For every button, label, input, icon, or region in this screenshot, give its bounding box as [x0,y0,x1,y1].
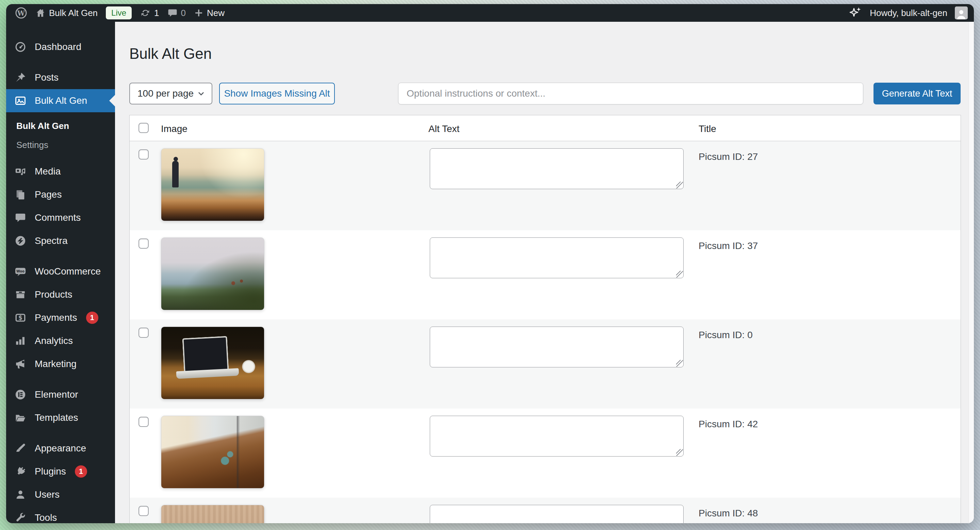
pages-icon [14,189,27,201]
sidebar-item-label: Analytics [35,335,73,346]
sidebar-item-elementor[interactable]: Elementor [6,383,115,406]
comment-icon [167,8,178,18]
sidebar-item-label: Appearance [35,443,86,454]
pushpin-icon [14,71,27,84]
alt-text-input[interactable] [430,505,684,523]
per-page-select[interactable]: 100 per page [129,83,212,105]
sidebar-item-label: Payments [35,312,77,323]
images-table: Image Alt Text Title Picsum ID: 27 [129,115,961,523]
sidebar-item-analytics[interactable]: Analytics [6,329,115,352]
sidebar-item-label: WooCommerce [35,266,101,277]
sidebar-item-dashboard[interactable]: Dashboard [6,35,115,59]
wrench-icon [14,512,27,523]
sidebar-item-products[interactable]: Products [6,283,115,306]
sparkles-icon[interactable] [848,6,862,20]
site-link[interactable]: Bulk Alt Gen [35,8,98,18]
image-icon [14,95,27,107]
user-icon [14,489,27,501]
admin-bar: W Bulk Alt Gen Live 1 [6,4,974,22]
sidebar-item-users[interactable]: Users [6,483,115,506]
sidebar-item-label: Plugins [35,466,66,477]
sidebar-item-label: Media [35,166,60,177]
browser-window: W Bulk Alt Gen Live 1 [6,4,974,523]
updates-icon [140,8,151,18]
row-checkbox[interactable] [138,506,149,516]
sidebar-item-label: Templates [35,412,78,423]
svg-text:$: $ [18,314,22,321]
svg-text:Woo: Woo [16,270,24,273]
howdy-greeting[interactable]: Howdy, bulk-alt-gen [870,8,947,18]
folder-icon [14,412,27,424]
table-row: Picsum ID: 0 [130,319,961,409]
bar-chart-icon [14,335,27,347]
new-content-button[interactable]: New [194,8,224,18]
sidebar-item-comments[interactable]: Comments [6,206,115,229]
submenu-item-label: Settings [16,140,48,150]
updates-indicator[interactable]: 1 [140,8,159,18]
wordpress-logo-icon[interactable]: W [15,7,27,19]
table-row: Picsum ID: 27 [130,141,961,230]
sidebar-item-plugins[interactable]: Plugins 1 [6,460,115,483]
alt-text-input[interactable] [430,238,684,278]
table-row: Picsum ID: 48 [130,498,961,523]
show-missing-alt-button[interactable]: Show Images Missing Alt [219,83,335,105]
sidebar-item-payments[interactable]: $ Payments 1 [6,306,115,329]
submenu-item-bulk-alt-gen[interactable]: Bulk Alt Gen [6,116,115,135]
site-name: Bulk Alt Gen [49,8,98,18]
main-content: Bulk Alt Gen 100 per page Show Images Mi… [115,22,974,523]
alt-text-input[interactable] [430,416,684,457]
sidebar-item-label: Posts [35,72,59,83]
woocommerce-icon: Woo [14,265,27,278]
image-title: Picsum ID: 37 [698,241,758,251]
select-all-checkbox[interactable] [138,123,149,133]
media-icon [14,165,27,178]
table-row: Picsum ID: 37 [130,230,961,319]
sidebar-item-appearance[interactable]: Appearance [6,437,115,460]
environment-badge: Live [106,6,132,19]
alt-text-input[interactable] [430,148,684,189]
updates-count: 1 [154,8,159,18]
plug-icon [14,465,27,478]
svg-text:W: W [17,10,25,17]
per-page-selected-value: 100 per page [137,88,194,99]
submenu-item-label: Bulk Alt Gen [16,121,69,131]
column-header-title: Title [698,124,716,134]
submenu-item-settings[interactable]: Settings [6,135,115,154]
generate-alt-text-button[interactable]: Generate Alt Text [873,83,961,105]
table-row: Picsum ID: 42 [130,409,961,498]
image-thumbnail-picsum-42 [161,416,264,489]
sidebar-item-pages[interactable]: Pages [6,183,115,206]
sidebar-item-tools[interactable]: Tools [6,506,115,523]
chevron-down-icon [197,89,205,98]
payments-icon: $ [14,312,27,324]
sidebar-item-posts[interactable]: Posts [6,66,115,89]
plus-icon [194,8,204,18]
comments-indicator[interactable]: 0 [167,8,186,18]
context-input[interactable] [398,83,863,105]
generate-alt-text-label: Generate Alt Text [882,89,953,99]
row-checkbox[interactable] [138,417,149,427]
home-icon [35,8,46,18]
alt-text-input[interactable] [430,327,684,367]
sidebar-item-marketing[interactable]: Marketing [6,352,115,376]
row-checkbox[interactable] [138,328,149,338]
image-thumbnail-picsum-48 [161,505,264,523]
image-thumbnail-picsum-37 [161,238,264,310]
count-badge: 1 [75,465,87,478]
row-checkbox[interactable] [138,238,149,249]
vertical-scrollbar[interactable] [969,22,974,523]
sidebar-item-label: Products [35,289,73,300]
sidebar-item-templates[interactable]: Templates [6,406,115,429]
sidebar-item-label: Pages [35,189,62,200]
sidebar-item-label: Spectra [35,235,68,246]
sidebar-item-bulk-alt-gen[interactable]: Bulk Alt Gen [6,89,115,112]
sidebar-item-woocommerce[interactable]: Woo WooCommerce [6,260,115,283]
count-badge: 1 [86,312,98,324]
sidebar-item-spectra[interactable]: Spectra [6,229,115,252]
new-label: New [207,8,224,18]
row-checkbox[interactable] [138,149,149,160]
sidebar-item-media[interactable]: Media [6,160,115,183]
user-avatar[interactable] [955,6,968,19]
sidebar-item-label: Bulk Alt Gen [35,95,87,106]
spectra-icon [14,235,27,247]
